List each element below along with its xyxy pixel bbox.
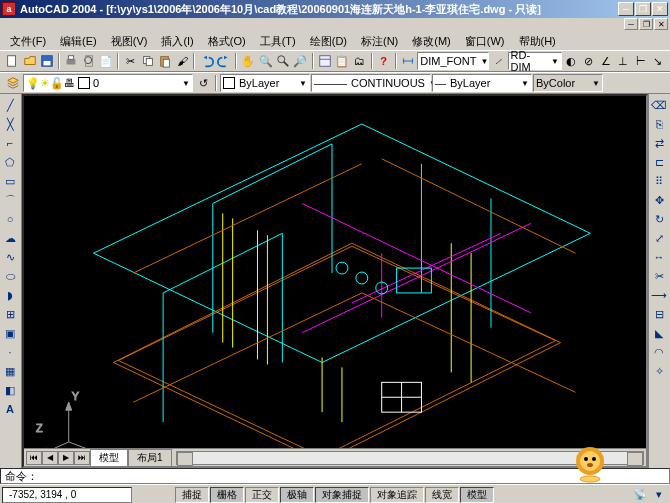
- revcloud-icon[interactable]: ☁: [1, 229, 19, 247]
- menu-tools[interactable]: 工具(T): [254, 32, 302, 51]
- pan-icon[interactable]: ✋: [240, 52, 256, 70]
- maximize-button[interactable]: ❐: [635, 2, 651, 16]
- horizontal-scrollbar[interactable]: [176, 451, 644, 465]
- menu-draw[interactable]: 绘图(D): [304, 32, 353, 51]
- dim-linear-icon[interactable]: [400, 52, 416, 70]
- tab-layout1[interactable]: 布局1: [128, 449, 172, 467]
- dim-aligned-icon[interactable]: ⟋: [490, 52, 506, 70]
- dim-style-dropdown[interactable]: DIM_FONT▼: [417, 52, 489, 70]
- otrack-toggle[interactable]: 对象追踪: [370, 487, 424, 503]
- menu-help[interactable]: 帮助(H): [513, 32, 562, 51]
- menu-edit[interactable]: 编辑(E): [54, 32, 103, 51]
- linetype-dropdown[interactable]: ——— CONTINUOUS ▼: [311, 74, 431, 92]
- zoom-realtime-icon[interactable]: 🔍: [257, 52, 273, 70]
- explode-icon[interactable]: ✧: [650, 362, 668, 380]
- open-icon[interactable]: [21, 52, 37, 70]
- array-icon[interactable]: ⠿: [650, 172, 668, 190]
- snap-toggle[interactable]: 捕捉: [175, 487, 209, 503]
- cut-icon[interactable]: ✂: [122, 52, 138, 70]
- ortho-toggle[interactable]: 正交: [245, 487, 279, 503]
- zoom-window-icon[interactable]: [275, 52, 291, 70]
- offset-icon[interactable]: ⊏: [650, 153, 668, 171]
- doc-restore-button[interactable]: ❐: [639, 18, 653, 30]
- command-line[interactable]: 命令：: [0, 468, 670, 484]
- polygon-icon[interactable]: ⬠: [1, 153, 19, 171]
- zoom-prev-icon[interactable]: 🔎: [292, 52, 308, 70]
- menu-window[interactable]: 窗口(W): [459, 32, 511, 51]
- lwt-toggle[interactable]: 线宽: [425, 487, 459, 503]
- matchprop-icon[interactable]: 🖌: [174, 52, 190, 70]
- xline-icon[interactable]: ╳: [1, 115, 19, 133]
- dim-continue-icon[interactable]: ⊢: [632, 52, 648, 70]
- ellipse-icon[interactable]: ⬭: [1, 267, 19, 285]
- mirror-icon[interactable]: ⇄: [650, 134, 668, 152]
- print-icon[interactable]: [63, 52, 79, 70]
- model-toggle[interactable]: 模型: [460, 487, 494, 503]
- doc-minimize-button[interactable]: ─: [624, 18, 638, 30]
- menu-format[interactable]: 格式(O): [202, 32, 252, 51]
- menu-insert[interactable]: 插入(I): [155, 32, 199, 51]
- close-button[interactable]: ✕: [652, 2, 668, 16]
- status-tray-icon[interactable]: ▾: [650, 486, 668, 504]
- dim-angular-icon[interactable]: ∠: [598, 52, 614, 70]
- break-icon[interactable]: ⊟: [650, 305, 668, 323]
- help-icon[interactable]: ?: [376, 52, 392, 70]
- fillet-icon[interactable]: ◠: [650, 343, 668, 361]
- grid-toggle[interactable]: 栅格: [210, 487, 244, 503]
- scale-icon[interactable]: ⤢: [650, 229, 668, 247]
- tab-next-icon[interactable]: ▶: [58, 451, 74, 465]
- dim-radius-icon[interactable]: ◐: [563, 52, 579, 70]
- menu-dimension[interactable]: 标注(N): [355, 32, 404, 51]
- toolpalette-icon[interactable]: 🗂: [351, 52, 367, 70]
- extend-icon[interactable]: ⟶: [650, 286, 668, 304]
- menu-modify[interactable]: 修改(M): [406, 32, 457, 51]
- layer-manager-icon[interactable]: [4, 74, 22, 92]
- save-icon[interactable]: [39, 52, 55, 70]
- block-icon[interactable]: ▣: [1, 324, 19, 342]
- ellipse-arc-icon[interactable]: ◗: [1, 286, 19, 304]
- polar-toggle[interactable]: 极轴: [280, 487, 314, 503]
- arc-icon[interactable]: ⌒: [1, 191, 19, 209]
- point-icon[interactable]: ·: [1, 343, 19, 361]
- rotate-icon[interactable]: ↻: [650, 210, 668, 228]
- drawing-viewport[interactable]: Y Z X ⏮ ◀ ▶ ⏭ 模型 布局1: [22, 94, 648, 468]
- chamfer-icon[interactable]: ◣: [650, 324, 668, 342]
- publish-icon[interactable]: 📄: [98, 52, 114, 70]
- tab-last-icon[interactable]: ⏭: [74, 451, 90, 465]
- color-dropdown[interactable]: ByLayer ▼: [220, 74, 310, 92]
- spline-icon[interactable]: ∿: [1, 248, 19, 266]
- erase-icon[interactable]: ⌫: [650, 96, 668, 114]
- minimize-button[interactable]: ─: [618, 2, 634, 16]
- pline-icon[interactable]: ⌐: [1, 134, 19, 152]
- mtext-icon[interactable]: A: [1, 400, 19, 418]
- hatch-icon[interactable]: ▦: [1, 362, 19, 380]
- move-icon[interactable]: ✥: [650, 191, 668, 209]
- insert-icon[interactable]: ⊞: [1, 305, 19, 323]
- dim-baseline-icon[interactable]: ⊥: [615, 52, 631, 70]
- paste-icon[interactable]: [157, 52, 173, 70]
- tab-model[interactable]: 模型: [90, 449, 128, 467]
- rectangle-icon[interactable]: ▭: [1, 172, 19, 190]
- stretch-icon[interactable]: ↔: [650, 248, 668, 266]
- status-comm-icon[interactable]: 📡: [631, 486, 649, 504]
- tab-prev-icon[interactable]: ◀: [42, 451, 58, 465]
- region-icon[interactable]: ◧: [1, 381, 19, 399]
- redo-icon[interactable]: [216, 52, 232, 70]
- plotstyle-dropdown[interactable]: ByColor ▼: [533, 74, 603, 92]
- new-icon[interactable]: [4, 52, 20, 70]
- dim-diameter-icon[interactable]: ⊘: [580, 52, 596, 70]
- tab-first-icon[interactable]: ⏮: [26, 451, 42, 465]
- menu-view[interactable]: 视图(V): [105, 32, 154, 51]
- line-icon[interactable]: ╱: [1, 96, 19, 114]
- undo-icon[interactable]: [198, 52, 214, 70]
- trim-icon[interactable]: ✂: [650, 267, 668, 285]
- layer-prev-icon[interactable]: ↺: [194, 74, 212, 92]
- layer-dropdown[interactable]: 💡 ☀ 🔓 🖶 0 ▼: [23, 74, 193, 92]
- menu-file[interactable]: 文件(F): [4, 32, 52, 51]
- copy-obj-icon[interactable]: ⎘: [650, 115, 668, 133]
- doc-close-button[interactable]: ✕: [654, 18, 668, 30]
- properties-icon[interactable]: [317, 52, 333, 70]
- preview-icon[interactable]: [80, 52, 96, 70]
- dim-leader-icon[interactable]: ↘: [650, 52, 666, 70]
- lineweight-dropdown[interactable]: — ByLayer ▼: [432, 74, 532, 92]
